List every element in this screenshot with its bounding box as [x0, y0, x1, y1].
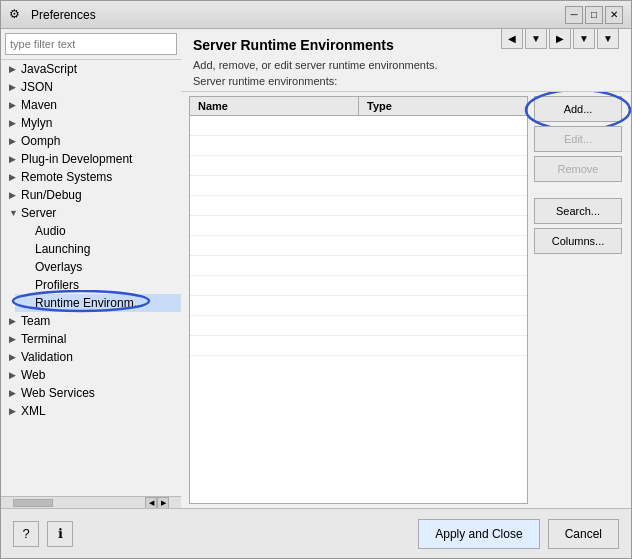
close-button[interactable]: ✕: [605, 6, 623, 24]
tree-children-server: Audio Launching Overlays Profilers: [1, 222, 181, 312]
tree-arrow-maven: [9, 100, 19, 110]
tree-scroll[interactable]: JavaScript JSON Maven Mylyn: [1, 60, 181, 496]
tree-arrow-mylyn: [9, 118, 19, 128]
tree-label-remote: Remote Systems: [21, 170, 112, 184]
tree-arrow-json: [9, 82, 19, 92]
info-icon: ℹ: [58, 526, 63, 541]
action-buttons: Add... Edit... Remove Search... Columns.…: [528, 96, 623, 504]
tree-item-profilers[interactable]: Profilers: [15, 276, 181, 294]
table-row: [190, 176, 527, 196]
tree-item-validation[interactable]: Validation: [1, 348, 181, 366]
nav-menu-button[interactable]: ▼: [597, 29, 619, 49]
add-btn-wrapper: Add...: [534, 96, 623, 122]
table-row: [190, 256, 527, 276]
tree-arrow-terminal: [9, 334, 19, 344]
table-row: [190, 336, 527, 356]
help-button[interactable]: ?: [13, 521, 39, 547]
table-header: Name Type: [190, 97, 527, 116]
hscroll-right-arrow[interactable]: ▶: [157, 497, 169, 509]
columns-button[interactable]: Columns...: [534, 228, 622, 254]
cancel-button[interactable]: Cancel: [548, 519, 619, 549]
window-icon: ⚙: [9, 7, 25, 23]
preferences-window: ⚙ Preferences ─ □ ✕ JavaScript: [0, 0, 632, 559]
filter-box: [1, 29, 181, 60]
left-horizontal-scrollbar[interactable]: ◀ ▶: [1, 496, 181, 508]
table-row: [190, 116, 527, 136]
table-row: [190, 276, 527, 296]
table-body: [190, 116, 527, 503]
tree-item-remote-systems[interactable]: Remote Systems: [1, 168, 181, 186]
minimize-button[interactable]: ─: [565, 6, 583, 24]
maximize-button[interactable]: □: [585, 6, 603, 24]
tree-item-maven[interactable]: Maven: [1, 96, 181, 114]
tree-item-runtime-environments[interactable]: Runtime Environm...: [15, 294, 181, 312]
column-name: Name: [190, 97, 359, 115]
edit-button[interactable]: Edit...: [534, 126, 622, 152]
search-button[interactable]: Search...: [534, 198, 622, 224]
right-header: Server Runtime Environments ◀ ▼ ▶ ▼ ▼ Ad…: [181, 29, 631, 92]
tree-label-audio: Audio: [35, 224, 66, 238]
filter-input[interactable]: [5, 33, 177, 55]
right-panel-description: Add, remove, or edit server runtime envi…: [193, 59, 619, 71]
tree-arrow-javascript: [9, 64, 19, 74]
tree-item-web-services[interactable]: Web Services: [1, 384, 181, 402]
bottom-left-buttons: ? ℹ: [13, 521, 73, 547]
tree-item-server[interactable]: Server: [1, 204, 181, 222]
tree-label-plugin: Plug-in Development: [21, 152, 132, 166]
tree-label-launching: Launching: [35, 242, 90, 256]
nav-forward-dropdown[interactable]: ▼: [573, 29, 595, 49]
tree-item-run-debug[interactable]: Run/Debug: [1, 186, 181, 204]
tree-item-plugin-development[interactable]: Plug-in Development: [1, 150, 181, 168]
tree-item-overlays[interactable]: Overlays: [15, 258, 181, 276]
tree-item-audio[interactable]: Audio: [15, 222, 181, 240]
tree-label-server: Server: [21, 206, 56, 220]
tree-arrow-remote: [9, 172, 19, 182]
table-row: [190, 216, 527, 236]
nav-forward-button[interactable]: ▶: [549, 29, 571, 49]
tree-label-team: Team: [21, 314, 50, 328]
tree-item-javascript[interactable]: JavaScript: [1, 60, 181, 78]
right-panel: Server Runtime Environments ◀ ▼ ▶ ▼ ▼ Ad…: [181, 29, 631, 508]
tree-item-xml[interactable]: XML: [1, 402, 181, 420]
tree-item-web[interactable]: Web: [1, 366, 181, 384]
hscroll-thumb[interactable]: [13, 499, 53, 507]
tree-label-web-services: Web Services: [21, 386, 95, 400]
nav-back-dropdown[interactable]: ▼: [525, 29, 547, 49]
tree-arrow-web-services: [9, 388, 19, 398]
tree-label-profilers: Profilers: [35, 278, 79, 292]
tree-item-team[interactable]: Team: [1, 312, 181, 330]
tree-item-json[interactable]: JSON: [1, 78, 181, 96]
title-bar: ⚙ Preferences ─ □ ✕: [1, 1, 631, 29]
table-row: [190, 196, 527, 216]
tree-label-oomph: Oomph: [21, 134, 60, 148]
tree-arrow-plugin: [9, 154, 19, 164]
tree-item-terminal[interactable]: Terminal: [1, 330, 181, 348]
tree-arrow-web: [9, 370, 19, 380]
title-buttons: ─ □ ✕: [565, 6, 623, 24]
tree-item-mylyn[interactable]: Mylyn: [1, 114, 181, 132]
title-bar-left: ⚙ Preferences: [9, 7, 96, 23]
remove-button[interactable]: Remove: [534, 156, 622, 182]
right-panel-body: Name Type: [181, 92, 631, 508]
table-row: [190, 236, 527, 256]
tree-label-web: Web: [21, 368, 45, 382]
tree-item-launching[interactable]: Launching: [15, 240, 181, 258]
tree-label-overlays: Overlays: [35, 260, 82, 274]
hscroll-left-arrow[interactable]: ◀: [145, 497, 157, 509]
tree-label-javascript: JavaScript: [21, 62, 77, 76]
nav-arrows: ◀ ▼ ▶ ▼ ▼: [501, 29, 619, 49]
tree-arrow-oomph: [9, 136, 19, 146]
column-type: Type: [359, 97, 527, 115]
nav-back-button[interactable]: ◀: [501, 29, 523, 49]
table-row: [190, 296, 527, 316]
left-panel: JavaScript JSON Maven Mylyn: [1, 29, 181, 508]
hscroll-arrows: ◀ ▶: [145, 497, 169, 509]
main-content: JavaScript JSON Maven Mylyn: [1, 29, 631, 508]
tree-label-terminal: Terminal: [21, 332, 66, 346]
apply-close-button[interactable]: Apply and Close: [418, 519, 539, 549]
tree-item-oomph[interactable]: Oomph: [1, 132, 181, 150]
tree-label-validation: Validation: [21, 350, 73, 364]
info-button[interactable]: ℹ: [47, 521, 73, 547]
add-button[interactable]: Add...: [534, 96, 622, 122]
tree-label-mylyn: Mylyn: [21, 116, 52, 130]
